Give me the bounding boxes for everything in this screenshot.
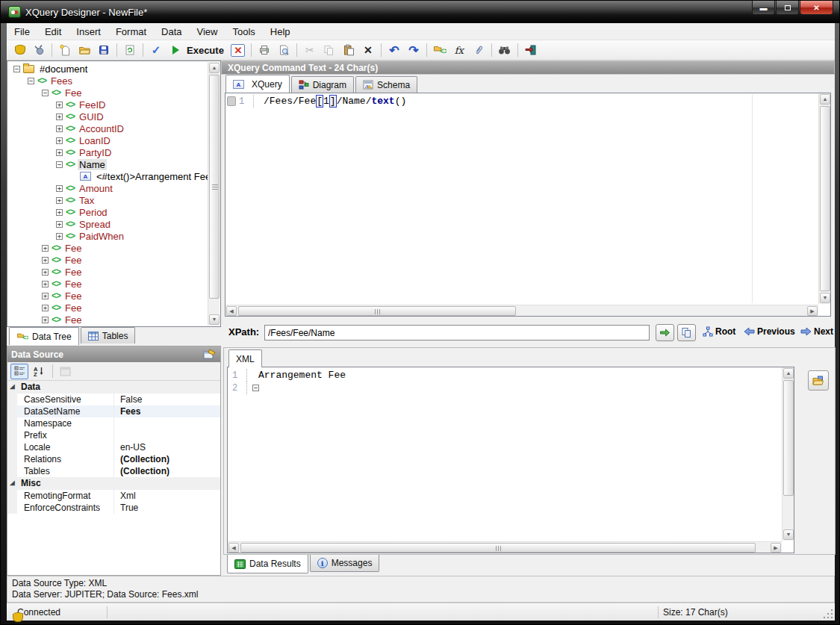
tree-node[interactable]: +<>Fee — [7, 314, 208, 326]
menu-tools[interactable]: Tools — [225, 24, 262, 40]
tab-tables[interactable]: Tables — [81, 327, 136, 343]
tree-node[interactable]: −<>Name — [7, 158, 208, 170]
tree-node[interactable]: +<>Fee — [7, 278, 208, 290]
xpath-next-button[interactable]: Next — [800, 326, 833, 337]
tree-expander-icon[interactable]: + — [42, 257, 49, 264]
tree-node[interactable]: +<>LoanID — [7, 134, 208, 146]
tree-node[interactable]: −<>Fees — [7, 75, 208, 87]
tree-node-label[interactable]: Period — [78, 207, 109, 218]
tab-data-tree[interactable]: <> Data Tree — [9, 327, 79, 345]
tree-node[interactable]: +<>PartyID — [7, 146, 208, 158]
tree-node-label[interactable]: Amount — [78, 183, 114, 194]
print-preview-button[interactable] — [275, 42, 293, 59]
tree-node[interactable]: +<>Period — [7, 206, 208, 218]
refresh-button[interactable] — [121, 42, 139, 59]
tree-node[interactable]: +<>Amount — [7, 182, 208, 194]
tree-expander-icon[interactable]: − — [13, 66, 20, 72]
property-value[interactable]: True — [114, 502, 220, 514]
tree-scrollbar-down-button[interactable]: ▼ — [209, 314, 220, 325]
close-button[interactable]: ✕ — [800, 1, 833, 15]
property-row[interactable]: DataSetNameFees — [7, 405, 220, 417]
code-line[interactable]: /Fees/Fee[1]/Name/text() — [258, 96, 406, 107]
tree-node[interactable]: +<>Spread — [7, 218, 208, 230]
delete-button[interactable]: ✕ — [359, 42, 377, 59]
new-file-button[interactable] — [56, 42, 74, 59]
exit-button[interactable] — [522, 42, 540, 59]
property-value[interactable]: en-US — [114, 441, 220, 453]
tree-node[interactable]: +<>Fee — [7, 254, 208, 266]
tree-scrollbar-up-button[interactable]: ▲ — [209, 63, 220, 73]
redo-button[interactable]: ↷ — [405, 42, 423, 59]
xml-tree-button[interactable]: <> — [431, 42, 449, 59]
undo-button[interactable]: ↶ — [385, 42, 403, 59]
tree-expander-icon[interactable]: + — [56, 149, 63, 156]
results-vscroll-up-button[interactable]: ▲ — [783, 368, 794, 379]
category-collapse-icon[interactable]: ◢ — [7, 381, 17, 394]
tree-node[interactable]: −#document — [7, 63, 208, 75]
editor-hscroll-right-button[interactable]: ▶ — [807, 306, 818, 316]
tree-node-label[interactable]: AccountID — [78, 123, 125, 134]
tree-node[interactable]: +<>Fee — [7, 242, 208, 254]
property-category-row[interactable]: ◢Misc — [7, 477, 220, 490]
results-editor[interactable]: 1Arrangement Fee2− ▲ ▼ ◀ ▶ — [227, 367, 794, 553]
tree-node[interactable]: +<>Fee — [7, 290, 208, 302]
open-file-button[interactable] — [75, 42, 93, 59]
tab-diagram[interactable]: Diagram — [291, 76, 354, 93]
tree-node-label[interactable]: <#text()>Arrangement Fee — [95, 171, 212, 182]
minimize-button[interactable]: ▬ — [752, 1, 775, 15]
database-button[interactable] — [10, 42, 28, 59]
alphabetical-sort-button[interactable]: AZ — [30, 364, 48, 379]
tree-expander-icon[interactable]: + — [56, 197, 63, 204]
property-value[interactable]: (Collection) — [114, 465, 220, 477]
property-row[interactable]: Relations(Collection) — [7, 453, 220, 465]
editor-hscroll-thumb[interactable] — [238, 306, 516, 316]
function-button[interactable]: fx — [450, 42, 468, 59]
tree-expander-icon[interactable]: + — [42, 293, 49, 299]
tree-node-label[interactable]: PartyID — [78, 147, 113, 158]
tree-scrollbar[interactable]: ▲ ▼ — [208, 62, 220, 326]
tree-node-label[interactable]: GUID — [78, 111, 105, 122]
tree-expander-icon[interactable]: + — [42, 317, 49, 323]
categorized-button[interactable] — [10, 364, 28, 379]
tab-xml-results[interactable]: XML — [228, 349, 262, 367]
editor-hscrollbar[interactable]: ◀ ▶ — [225, 305, 818, 316]
cut-button[interactable]: ✂ — [301, 42, 319, 59]
tab-xquery[interactable]: A XQuery — [225, 75, 290, 93]
property-row[interactable]: Tables(Collection) — [7, 465, 220, 477]
stop-button[interactable]: ✕ — [229, 42, 247, 59]
attach-button[interactable] — [470, 42, 488, 59]
xpath-copy-button[interactable] — [677, 324, 696, 341]
tree-node-label[interactable]: FeeID — [78, 99, 107, 111]
resize-grip[interactable] — [823, 609, 833, 619]
editor-vscroll-up-button[interactable]: ▲ — [820, 94, 830, 105]
execute-button[interactable] — [167, 42, 184, 59]
tree-node[interactable]: +<>FeeID — [7, 99, 208, 111]
connect-button[interactable] — [30, 42, 48, 59]
maximize-button[interactable] — [776, 1, 799, 15]
tree-expander-icon[interactable]: + — [42, 269, 49, 276]
property-value[interactable]: (Collection) — [114, 453, 220, 465]
xpath-root-button[interactable]: Root — [703, 326, 735, 337]
tree-expander-icon[interactable]: − — [42, 90, 49, 96]
tree-expander-icon[interactable]: + — [42, 245, 49, 252]
tree-node[interactable]: A<#text()>Arrangement Fee — [7, 170, 208, 182]
tree-node-label[interactable]: LoanID — [78, 135, 112, 146]
tree-expander-icon[interactable]: + — [56, 221, 63, 228]
tab-messages[interactable]: i Messages — [310, 555, 380, 572]
tab-schema[interactable]: a Schema — [355, 76, 417, 93]
tree-expander-icon[interactable]: + — [56, 209, 63, 216]
tree-node[interactable]: +<>Fee — [7, 266, 208, 278]
tree-node-label[interactable]: Fee — [63, 314, 83, 326]
tree-expander-icon[interactable]: + — [56, 125, 63, 132]
results-hscrollbar[interactable]: ◀ ▶ — [228, 541, 782, 553]
validate-button[interactable]: ✓ — [147, 42, 165, 59]
tree-node-label[interactable]: Tax — [78, 195, 96, 206]
tree-node-label[interactable]: Fee — [63, 279, 83, 290]
tree-node[interactable]: −<>Fee — [7, 87, 208, 99]
menu-data[interactable]: Data — [154, 24, 189, 40]
results-vscroll-thumb[interactable] — [783, 380, 794, 496]
tree-expander-icon[interactable]: + — [56, 137, 63, 144]
tree-node-label[interactable]: Fee — [63, 255, 83, 266]
tree-node[interactable]: +<>AccountID — [7, 122, 208, 134]
editor-vscrollbar[interactable]: ▲ ▼ — [818, 93, 830, 304]
